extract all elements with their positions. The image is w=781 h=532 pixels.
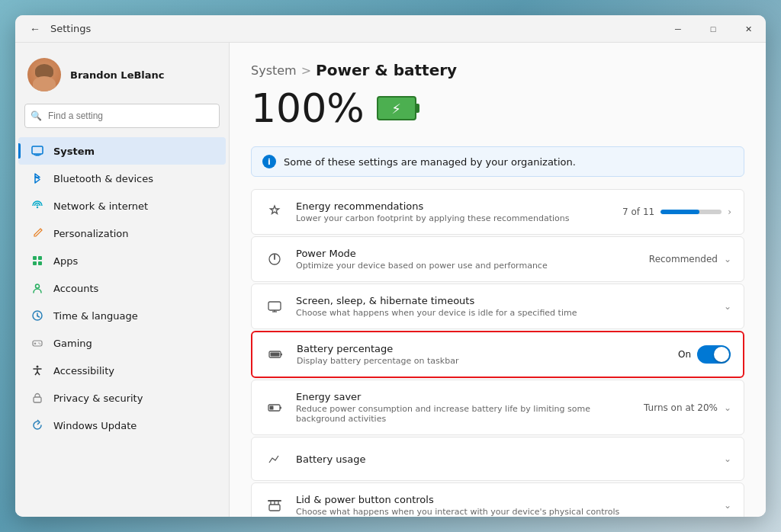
- svg-rect-21: [268, 302, 281, 310]
- row-desc-screen-sleep: Choose what happens when your device is …: [296, 308, 713, 318]
- avatar: [27, 58, 61, 91]
- row-right-lid-power: ⌄: [724, 500, 731, 511]
- svg-point-4: [37, 207, 38, 208]
- row-text-energy-saver: Energy saver Reduce power consumption an…: [296, 391, 633, 424]
- settings-row-energy-saver[interactable]: Energy saver Reduce power consumption an…: [251, 380, 744, 435]
- toggle-switch-battery-percentage[interactable]: [697, 345, 731, 364]
- window-controls: ─ □ ✕: [660, 15, 766, 43]
- system-icon: [31, 144, 44, 158]
- row-right-energy-recommendations: 7 of 11 ›: [622, 207, 731, 217]
- row-title-energy-recommendations: Energy recommendations: [296, 200, 612, 212]
- info-banner: i Some of these settings are managed by …: [251, 146, 744, 177]
- row-desc-lid-power: Choose what happens when you interact wi…: [296, 507, 713, 517]
- info-banner-text: Some of these settings are managed by yo…: [284, 156, 576, 168]
- chevron-icon-battery-usage: ⌄: [724, 453, 731, 464]
- time-icon: [31, 309, 44, 322]
- row-desc-battery-percentage: Display battery percentage on taskbar: [297, 356, 667, 366]
- close-button[interactable]: ✕: [731, 15, 766, 43]
- row-right-battery-usage: ⌄: [724, 453, 731, 464]
- dropdown-value-energy-saver: Turns on at 20%: [644, 402, 718, 413]
- sidebar-item-label-system: System: [53, 146, 95, 157]
- accounts-icon: [31, 281, 44, 295]
- chevron-icon-energy-saver: ⌄: [724, 402, 731, 413]
- sidebar-item-update[interactable]: Windows Update: [18, 412, 226, 439]
- svg-point-16: [38, 342, 39, 343]
- chevron-icon-lid-power: ⌄: [724, 500, 731, 511]
- main-content: System > Power & battery 100% ⚡ i Some o…: [229, 43, 766, 517]
- row-text-power-mode: Power Mode Optimize your device based on…: [296, 248, 638, 271]
- sidebar-item-privacy[interactable]: Privacy & security: [18, 384, 226, 412]
- sidebar-item-label-accessibility: Accessibility: [53, 365, 114, 377]
- window-content: Brandon LeBlanc 🔍 System Bluetooth & dev…: [15, 43, 766, 517]
- sidebar-item-label-bluetooth: Bluetooth & devices: [53, 173, 153, 184]
- row-right-energy-saver: Turns on at 20% ⌄: [644, 402, 731, 413]
- row-desc-energy-recommendations: Lower your carbon footprint by applying …: [296, 213, 612, 223]
- svg-rect-28: [280, 406, 281, 409]
- svg-rect-6: [38, 256, 42, 260]
- progress-text-energy-recommendations: 7 of 11: [622, 207, 654, 217]
- sidebar-item-label-privacy: Privacy & security: [53, 393, 143, 404]
- chevron-icon-screen-sleep: ⌄: [724, 301, 731, 312]
- svg-rect-34: [269, 505, 280, 511]
- sidebar-item-network[interactable]: Network & internet: [18, 192, 226, 220]
- row-right-power-mode: Recommended ⌄: [649, 254, 731, 264]
- toggle-knob-battery-percentage: [714, 347, 729, 362]
- svg-rect-29: [270, 405, 274, 409]
- row-title-energy-saver: Energy saver: [296, 391, 633, 402]
- energy-saver-icon: [264, 397, 285, 418]
- row-text-battery-usage: Battery usage: [296, 453, 713, 465]
- svg-rect-19: [34, 397, 41, 402]
- breadcrumb-separator: >: [301, 63, 311, 78]
- battery-percentage-display: 100%: [251, 85, 365, 131]
- svg-rect-25: [281, 354, 282, 356]
- dropdown-value-power-mode: Recommended: [649, 254, 718, 264]
- user-profile[interactable]: Brandon LeBlanc: [15, 52, 229, 104]
- bluetooth-icon: [31, 171, 44, 185]
- sidebar-item-bluetooth[interactable]: Bluetooth & devices: [18, 165, 226, 192]
- energy-recommendations-icon: [264, 201, 285, 223]
- gaming-icon: [31, 336, 44, 350]
- row-desc-power-mode: Optimize your device based on power use …: [296, 261, 638, 271]
- sidebar-item-system[interactable]: System: [18, 137, 226, 165]
- svg-rect-8: [38, 261, 42, 265]
- svg-rect-1: [35, 155, 40, 156]
- row-text-screen-sleep: Screen, sleep, & hibernate timeouts Choo…: [296, 295, 713, 318]
- back-button[interactable]: ←: [24, 18, 46, 40]
- search-input[interactable]: [24, 104, 220, 128]
- progress-bar-energy-recommendations: [660, 210, 722, 214]
- settings-row-battery-percentage[interactable]: Battery percentage Display battery perce…: [251, 331, 744, 378]
- battery-icon: ⚡: [377, 96, 416, 120]
- sidebar-item-label-accounts: Accounts: [53, 283, 98, 294]
- apps-icon: [31, 254, 44, 268]
- sidebar-nav: System Bluetooth & devices Network & int…: [15, 137, 229, 439]
- minimize-button[interactable]: ─: [660, 15, 696, 43]
- sidebar-item-personalization[interactable]: Personalization: [18, 220, 226, 247]
- settings-row-energy-recommendations[interactable]: Energy recommendations Lower your carbon…: [251, 189, 744, 235]
- sidebar-item-apps[interactable]: Apps: [18, 247, 226, 274]
- row-right-screen-sleep: ⌄: [724, 301, 731, 312]
- row-title-lid-power: Lid & power button controls: [296, 494, 713, 505]
- settings-row-lid-power[interactable]: Lid & power button controls Choose what …: [251, 482, 744, 517]
- sidebar-item-label-personalization: Personalization: [53, 228, 129, 239]
- svg-point-18: [37, 366, 39, 368]
- sidebar-item-accounts[interactable]: Accounts: [18, 274, 226, 302]
- maximize-button[interactable]: □: [696, 15, 731, 43]
- settings-row-screen-sleep[interactable]: Screen, sleep, & hibernate timeouts Choo…: [251, 284, 744, 329]
- update-icon: [31, 418, 44, 432]
- settings-row-power-mode[interactable]: Power Mode Optimize your device based on…: [251, 236, 744, 282]
- svg-rect-7: [33, 261, 37, 265]
- power-mode-icon: [264, 248, 285, 270]
- sidebar-item-time[interactable]: Time & language: [18, 302, 226, 329]
- row-title-power-mode: Power Mode: [296, 248, 638, 259]
- row-right-battery-percentage: On: [678, 345, 731, 364]
- username-label: Brandon LeBlanc: [70, 69, 165, 81]
- row-title-battery-usage: Battery usage: [296, 453, 713, 465]
- sidebar-item-accessibility[interactable]: Accessibility: [18, 357, 226, 384]
- sidebar-item-gaming[interactable]: Gaming: [18, 329, 226, 357]
- row-desc-energy-saver: Reduce power consumption and increase ba…: [296, 404, 633, 424]
- settings-row-battery-usage[interactable]: Battery usage ⌄: [251, 437, 744, 481]
- row-title-battery-percentage: Battery percentage: [297, 343, 667, 354]
- row-text-lid-power: Lid & power button controls Choose what …: [296, 494, 713, 517]
- toggle-label-battery-percentage: On: [678, 349, 691, 360]
- svg-rect-0: [32, 146, 43, 154]
